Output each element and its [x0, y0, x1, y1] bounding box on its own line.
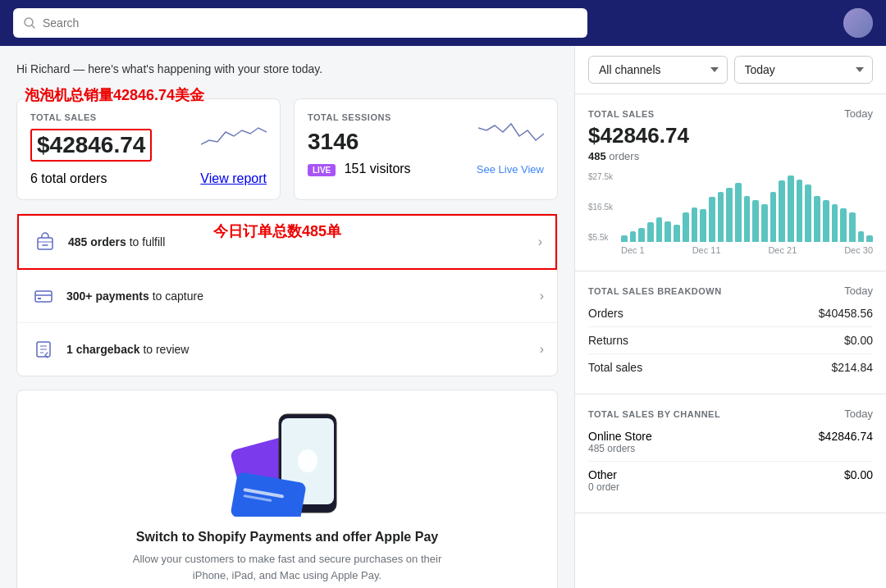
x-label-3: Dec 21: [768, 245, 797, 255]
bar-12: [718, 192, 724, 242]
box-icon: [32, 229, 58, 255]
bar-8: [683, 212, 689, 242]
sessions-mini-chart: [478, 116, 544, 148]
top-navigation: [0, 0, 886, 46]
channel-row-other: Other $0.00 0 order: [588, 462, 873, 499]
bar-5: [656, 217, 663, 242]
y-label-bottom: $5.5k: [588, 233, 618, 242]
bar-23: [814, 196, 820, 242]
task-capture-payments[interactable]: 300+ payments to capture ›: [17, 270, 557, 323]
bar-16: [752, 200, 759, 242]
bar-18: [770, 192, 777, 242]
fulfill-chevron-icon: ›: [538, 235, 542, 249]
bar-2: [630, 231, 637, 242]
chargeback-icon: [30, 336, 57, 362]
bar-19: [779, 180, 785, 242]
bar-20: [788, 175, 794, 242]
bar-26: [840, 208, 847, 242]
search-input[interactable]: [43, 16, 578, 30]
channel-label: TOTAL SALES BY CHANNEL: [588, 409, 720, 419]
breakdown-row-total: Total sales $214.84: [588, 354, 873, 381]
capture-chevron-icon: ›: [540, 289, 544, 303]
promo-illustration: : [205, 410, 369, 517]
channel-date: Today: [844, 408, 873, 420]
bar-27: [849, 212, 856, 242]
search-bar[interactable]: [13, 8, 587, 38]
right-panel: All channels Today TOTAL SALES Today $42…: [574, 46, 886, 588]
promo-card:  Switch to Shopify Payments and offer A…: [16, 390, 558, 588]
bar-1: [621, 235, 628, 243]
svg-rect-6: [38, 298, 41, 299]
channel-rows: Online Store $42846.74 485 orders Other …: [588, 423, 873, 499]
svg-rect-2: [38, 238, 53, 249]
right-total-sales-value: $42846.74: [588, 123, 873, 148]
breakdown-row-orders: Orders $40458.56: [588, 300, 873, 327]
total-orders-count: 6 total orders: [30, 171, 107, 186]
bars-container: [621, 172, 873, 242]
view-report-link[interactable]: View report: [200, 171, 267, 186]
bar-13: [726, 188, 733, 242]
bar-6: [664, 221, 671, 243]
see-live-link[interactable]: See Live View: [477, 163, 544, 175]
bar-9: [692, 207, 698, 243]
stats-row: TOTAL SALES $42846.74 6 total orders Vie…: [16, 98, 558, 200]
promo-description: Allow your customers to make fast and se…: [123, 551, 451, 583]
total-sessions-card: TOTAL SESSIONS 3146 LIVE 151 visitors Se…: [294, 98, 558, 200]
bar-7: [674, 225, 680, 242]
breakdown-label: TOTAL SALES BREAKDOWN: [588, 286, 722, 296]
bar-28: [858, 231, 865, 242]
avatar-image: [843, 8, 873, 38]
channel-online-sub: 485 orders: [588, 443, 873, 454]
avatar: [843, 8, 873, 38]
svg-line-1: [32, 25, 35, 29]
task-fulfill-orders[interactable]: 485 orders to fulfill ›: [17, 214, 557, 270]
channel-other-sub: 0 order: [588, 481, 873, 493]
sales-bar-chart: $27.5k $16.5k $5.5k: [588, 172, 873, 254]
bar-25: [832, 204, 838, 242]
tasks-card: 485 orders to fulfill › 300+ payments to…: [16, 213, 558, 376]
capture-payments-text: 300+ payments to capture: [66, 289, 540, 303]
svg-point-15: [298, 449, 317, 472]
y-label-top: $27.5k: [588, 172, 618, 181]
visitors-count: 151 visitors: [345, 162, 411, 175]
breakdown-row-returns: Returns $0.00: [588, 327, 873, 354]
greeting-text: Hi Richard — here's what's happening wit…: [16, 62, 558, 75]
bar-22: [805, 185, 811, 242]
bar-21: [797, 180, 803, 243]
right-orders-count: 485 orders: [588, 150, 873, 162]
main-layout: Hi Richard — here's what's happening wit…: [0, 46, 886, 588]
breakdown-date: Today: [844, 285, 873, 297]
x-label-2: Dec 11: [692, 245, 721, 255]
right-total-sales-section: TOTAL SALES Today $42846.74 485 orders $…: [575, 94, 886, 271]
breakdown-section: TOTAL SALES BREAKDOWN Today Orders $4045…: [575, 271, 886, 394]
fulfill-orders-text: 485 orders to fulfill: [68, 235, 538, 248]
date-filter[interactable]: Today: [734, 56, 874, 84]
channel-filter[interactable]: All channels: [588, 56, 728, 84]
breakdown-rows: Orders $40458.56 Returns $0.00 Total sal…: [588, 300, 873, 381]
bar-29: [866, 235, 873, 243]
task-review-chargeback[interactable]: 1 chargeback to review ›: [17, 323, 557, 376]
bar-4: [647, 222, 654, 242]
promo-image: : [205, 410, 369, 517]
right-total-sales-label: TOTAL SALES: [588, 109, 655, 119]
x-label-4: Dec 30: [844, 245, 873, 255]
right-total-sales-date: Today: [844, 107, 873, 120]
promo-title: Switch to Shopify Payments and offer App…: [37, 530, 537, 545]
bar-3: [638, 228, 645, 242]
bar-17: [761, 204, 768, 242]
bar-11: [709, 197, 715, 242]
payment-icon: [30, 283, 57, 309]
bar-10: [700, 209, 706, 242]
channel-row-online: Online Store $42846.74 485 orders: [588, 423, 873, 462]
sales-mini-chart: [201, 116, 267, 148]
by-channel-section: TOTAL SALES BY CHANNEL Today Online Stor…: [575, 394, 886, 513]
y-label-mid: $16.5k: [588, 203, 618, 212]
search-icon: [23, 16, 36, 30]
total-sales-value: $42846.74: [30, 129, 152, 162]
chargeback-chevron-icon: ›: [540, 342, 544, 357]
bar-15: [744, 196, 751, 242]
bar-14: [735, 183, 742, 242]
live-badge: LIVE: [308, 164, 336, 176]
svg-rect-4: [35, 291, 52, 302]
chargeback-text: 1 chargeback to review: [66, 343, 540, 356]
